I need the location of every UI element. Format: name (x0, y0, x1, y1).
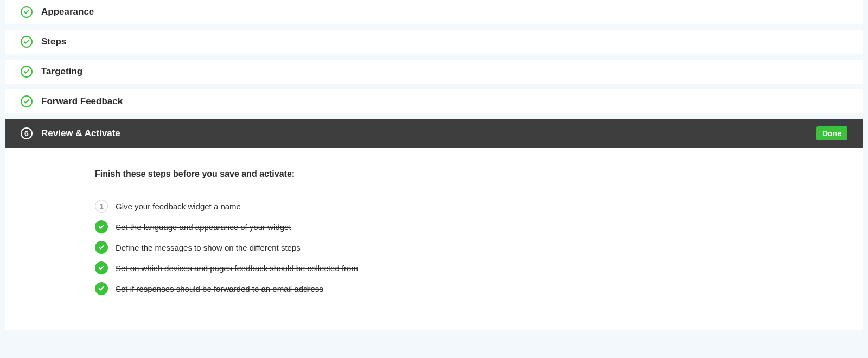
step-label: Steps (41, 36, 66, 47)
checklist-item-appearance[interactable]: Set the language and appearance of your … (95, 220, 863, 233)
done-button[interactable]: Done (816, 126, 847, 140)
checklist-text: Set if responses should be forwarded to … (116, 284, 323, 293)
number-circle-icon: 1 (95, 200, 108, 213)
checklist-item-forward[interactable]: Set if responses should be forwarded to … (95, 282, 863, 295)
checklist-text: Give your feedback widget a name (116, 202, 241, 211)
checkmark-filled-icon (95, 241, 108, 254)
checklist-item-messages[interactable]: Define the messages to show on the diffe… (95, 241, 863, 254)
review-activate-panel: Finish these steps before you save and a… (5, 148, 863, 330)
checkmark-circle-icon (21, 66, 33, 78)
checkmark-filled-icon (95, 261, 108, 274)
step-label: Appearance (41, 7, 94, 17)
checklist-text: Set on which devices and pages feedback … (116, 264, 358, 273)
checklist-text: Set the language and appearance of your … (116, 222, 291, 232)
finish-heading: Finish these steps before you save and a… (95, 169, 863, 179)
checkmark-circle-icon (21, 36, 33, 48)
step-label: Forward Feedback (41, 96, 123, 107)
step-forward-feedback[interactable]: Forward Feedback (5, 90, 863, 113)
checkmark-filled-icon (95, 220, 108, 233)
step-steps[interactable]: Steps (5, 30, 863, 54)
checklist-item-name[interactable]: 1 Give your feedback widget a name (95, 200, 863, 213)
checkmark-circle-icon (21, 95, 33, 107)
checkmark-circle-icon (21, 6, 33, 18)
checklist-text: Define the messages to show on the diffe… (116, 243, 301, 252)
step-label: Targeting (41, 66, 82, 77)
checklist-item-targeting[interactable]: Set on which devices and pages feedback … (95, 261, 863, 274)
step-appearance[interactable]: Appearance (5, 0, 863, 24)
step-targeting[interactable]: Targeting (5, 60, 863, 84)
step-review-activate-header: 6 Review & Activate Done (5, 119, 863, 148)
step-label: Review & Activate (41, 128, 816, 139)
checkmark-filled-icon (95, 282, 108, 295)
step-number-badge: 6 (21, 127, 33, 139)
